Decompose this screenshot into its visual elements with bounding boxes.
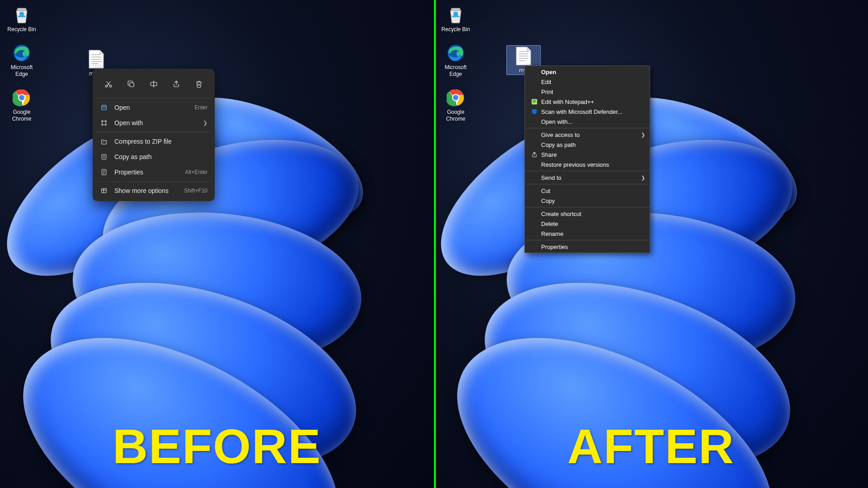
- svg-point-14: [102, 121, 103, 122]
- svg-point-15: [105, 121, 107, 122]
- menu-defender[interactable]: Scan with Microsoft Defender...: [525, 107, 650, 117]
- edge-icon[interactable]: Microsoft Edge: [5, 42, 39, 78]
- menu-label: Create shortcut: [539, 211, 645, 217]
- menu-compress-zip[interactable]: Compress to ZIP file: [95, 134, 212, 149]
- shield-icon: [529, 108, 539, 115]
- menu-label: Rename: [539, 230, 645, 237]
- menu-label: Copy as path: [114, 153, 208, 160]
- menu-give-access[interactable]: Give access to❯: [525, 130, 650, 140]
- recycle-bin-icon[interactable]: Recycle Bin: [5, 5, 39, 33]
- menu-label: Send to: [539, 174, 641, 181]
- svg-point-10: [109, 85, 112, 87]
- menu-notepad[interactable]: Edit with Notepad++: [525, 97, 650, 107]
- menu-create-shortcut[interactable]: Create shortcut: [525, 209, 650, 219]
- copy-path-icon: [100, 153, 108, 161]
- menu-label: Open: [539, 69, 645, 75]
- svg-rect-11: [130, 83, 134, 87]
- chevron-right-icon: ❯: [203, 120, 208, 126]
- menu-show-more[interactable]: Show more options Shift+F10: [95, 183, 212, 198]
- menu-open-with[interactable]: Open with ❯: [95, 115, 212, 131]
- chrome-icon[interactable]: Google Chrome: [5, 87, 39, 123]
- chrome-label: Google Chrome: [439, 109, 472, 122]
- menu-label: Properties: [539, 244, 645, 250]
- rename-icon[interactable]: [146, 76, 162, 92]
- recycle-bin-label: Recycle Bin: [441, 26, 470, 33]
- after-label: AFTER: [567, 418, 735, 474]
- menu-label: Compress to ZIP file: [114, 138, 208, 145]
- chrome-icon[interactable]: Google Chrome: [439, 87, 473, 123]
- edge-icon[interactable]: Microsoft Edge: [439, 42, 473, 78]
- show-more-icon: [100, 187, 108, 195]
- svg-rect-13: [102, 105, 107, 110]
- menu-send-to[interactable]: Send to❯: [525, 173, 650, 183]
- menu-copy[interactable]: Copy: [525, 196, 650, 206]
- recycle-bin-label: Recycle Bin: [7, 26, 36, 33]
- menu-accelerator: Shift+F10: [184, 188, 208, 194]
- svg-point-9: [105, 85, 108, 87]
- svg-point-17: [105, 124, 107, 126]
- wallpaper: [0, 0, 434, 488]
- menu-open[interactable]: Open Enter: [95, 100, 212, 115]
- svg-rect-20: [102, 188, 107, 192]
- menu-label: Edit with Notepad++: [539, 99, 645, 105]
- menu-properties[interactable]: Properties Alt+Enter: [95, 164, 212, 180]
- menu-label: Share: [539, 151, 645, 158]
- menu-share[interactable]: Share: [525, 150, 650, 160]
- menu-cut[interactable]: Cut: [525, 186, 650, 196]
- after-panel: Recycle Bin Microsoft Edge Google Chrome…: [434, 0, 868, 488]
- open-with-icon: [100, 119, 108, 127]
- menu-label: Open: [114, 104, 188, 111]
- menu-label: Give access to: [539, 131, 641, 138]
- menu-label: Copy: [539, 197, 645, 204]
- notepad-icon: [529, 98, 539, 105]
- chrome-label: Google Chrome: [5, 109, 38, 122]
- chevron-right-icon: ❯: [641, 175, 645, 181]
- menu-label: Cut: [539, 188, 645, 194]
- menu-label: Restore previous versions: [539, 161, 645, 168]
- menu-restore-versions[interactable]: Restore previous versions: [525, 160, 650, 169]
- edge-label: Microsoft Edge: [5, 64, 38, 77]
- menu-label: Copy as path: [539, 141, 645, 148]
- menu-label: Open with: [114, 119, 197, 127]
- svg-rect-30: [532, 99, 537, 104]
- menu-copy-path[interactable]: Copy as path: [525, 140, 650, 150]
- quick-action-row: [95, 71, 212, 97]
- menu-label: Show more options: [114, 187, 178, 194]
- menu-copy-path[interactable]: Copy as path: [95, 149, 212, 164]
- copy-icon[interactable]: [123, 76, 139, 92]
- before-label: BEFORE: [113, 418, 321, 474]
- menu-rename[interactable]: Rename: [525, 229, 650, 239]
- menu-properties[interactable]: Properties: [525, 242, 650, 252]
- delete-icon[interactable]: [191, 76, 207, 92]
- menu-label: Scan with Microsoft Defender...: [539, 108, 645, 115]
- menu-print[interactable]: Print: [525, 87, 650, 97]
- menu-delete[interactable]: Delete: [525, 219, 650, 229]
- share-icon: [529, 151, 539, 158]
- before-panel: Recycle Bin Microsoft Edge Google Chrome…: [0, 0, 434, 488]
- menu-label: Delete: [539, 221, 645, 227]
- menu-label: Properties: [114, 169, 179, 176]
- menu-open-with[interactable]: Open with...: [525, 117, 650, 127]
- panel-divider: [434, 0, 436, 488]
- menu-accelerator: Enter: [194, 104, 208, 111]
- menu-edit[interactable]: Edit: [525, 77, 650, 87]
- menu-label: Open with...: [539, 118, 645, 125]
- classic-context-menu: Open Edit Print Edit with Notepad++ Scan…: [524, 66, 650, 253]
- svg-rect-18: [102, 155, 106, 160]
- properties-icon: [100, 168, 108, 176]
- menu-open[interactable]: Open: [525, 67, 650, 77]
- menu-label: Print: [539, 89, 645, 95]
- svg-point-16: [102, 124, 103, 126]
- win11-context-menu: Open Enter Open with ❯ Compress to ZIP f…: [93, 69, 215, 201]
- chevron-right-icon: ❯: [641, 132, 645, 138]
- recycle-bin-icon[interactable]: Recycle Bin: [439, 5, 473, 33]
- edge-label: Microsoft Edge: [439, 64, 472, 77]
- menu-label: Edit: [539, 79, 645, 85]
- cut-icon[interactable]: [100, 76, 117, 92]
- menu-accelerator: Alt+Enter: [185, 169, 208, 175]
- zip-icon: [100, 137, 108, 145]
- wallpaper: [434, 0, 868, 488]
- open-icon: [100, 103, 108, 112]
- share-icon[interactable]: [168, 76, 184, 92]
